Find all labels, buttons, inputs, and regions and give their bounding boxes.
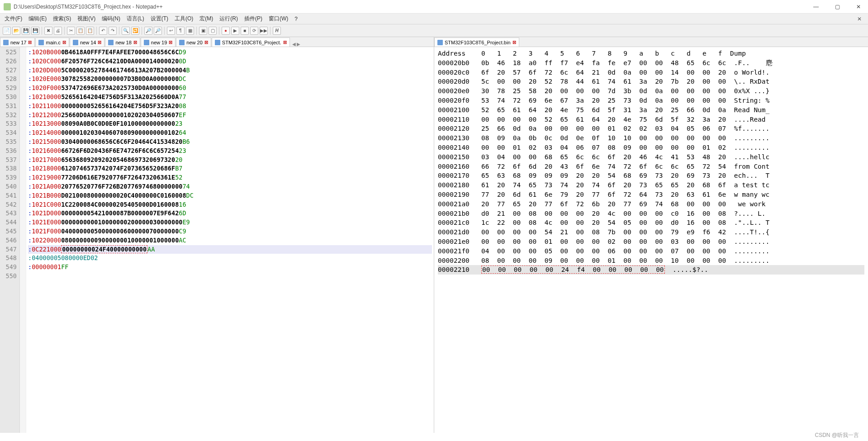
replay-macro-icon[interactable]: ⟳ — [250, 27, 258, 35]
close-icon[interactable]: ⊠ — [62, 40, 66, 45]
save-all-icon[interactable]: 💾 — [31, 27, 39, 35]
file-icon — [179, 40, 185, 45]
tab-label: main.c — [46, 40, 60, 45]
play-macro-icon[interactable]: ▶ — [231, 27, 239, 35]
right-tab-row: STM32F103C8T6_Project.bin⊠ — [434, 37, 868, 47]
tab[interactable]: new 17⊠ — [0, 38, 35, 47]
menu-window[interactable]: 窗口(W) — [267, 14, 290, 24]
toolbar-separator — [119, 27, 119, 35]
show-symbol-icon[interactable]: ¶ — [176, 27, 185, 35]
file-icon — [144, 40, 149, 45]
close-icon[interactable]: ⊠ — [169, 40, 172, 45]
toolbar-separator — [42, 27, 42, 35]
close-button[interactable]: ✕ — [853, 2, 864, 12]
tab-label: new 14 — [80, 40, 96, 45]
close-icon[interactable]: ⊠ — [204, 40, 208, 45]
menu-run[interactable]: 运行(R) — [218, 14, 240, 24]
tab[interactable]: STM32F103C8T6_Project.bin⊠ — [434, 38, 519, 47]
menu-edit[interactable]: 编辑(E) — [27, 14, 48, 24]
minimize-button[interactable]: — — [810, 2, 822, 12]
close-icon[interactable]: ⊠ — [283, 40, 287, 45]
menu-view[interactable]: 视图(V) — [76, 14, 97, 24]
replace-icon[interactable]: 🔁 — [131, 27, 139, 35]
close-icon[interactable]: ⊠ — [133, 40, 137, 45]
file-icon — [437, 40, 443, 45]
indent-guide-icon[interactable]: ▦ — [186, 27, 194, 35]
menu-tools[interactable]: 工具(O) — [173, 14, 195, 24]
tab[interactable]: new 18⊠ — [105, 38, 140, 47]
file-icon — [108, 40, 114, 45]
stop-macro-icon[interactable]: ■ — [241, 27, 249, 35]
menu-file[interactable]: 文件(F) — [3, 14, 24, 24]
fold-column — [20, 47, 26, 433]
toolbar-separator — [96, 27, 97, 35]
open-file-icon[interactable]: 📂 — [12, 27, 20, 35]
record-macro-icon[interactable]: ● — [222, 27, 230, 35]
tab[interactable]: new 14⊠ — [70, 38, 104, 47]
file-icon — [3, 40, 9, 45]
app-icon — [4, 3, 11, 10]
menu-language[interactable]: 语言(L) — [125, 14, 146, 24]
zoom-in-icon[interactable]: 🔎 — [144, 27, 152, 35]
print-icon[interactable]: 🖨 — [54, 27, 62, 35]
left-editor[interactable]: 5255265275285295305315325335345355365375… — [0, 47, 434, 433]
menubar: 文件(F) 编辑(E) 搜索(S) 视图(V) 编码(N) 语言(L) 设置(T… — [0, 14, 868, 24]
bin-hex-viewer[interactable]: Address 0 1 2 3 4 5 6 7 8 9 a b c d e f … — [434, 47, 868, 433]
redo-icon[interactable]: ↷ — [109, 27, 117, 35]
tab[interactable]: new 20⊠ — [176, 38, 211, 47]
cut-icon[interactable]: ✂ — [67, 27, 75, 35]
toolbar-separator — [219, 27, 219, 35]
menu-plugins[interactable]: 插件(P) — [242, 14, 264, 24]
fold-icon[interactable]: ▣ — [199, 27, 207, 35]
tab-label: STM32F103C8T6_Project. — [222, 40, 281, 45]
save-icon[interactable]: 💾 — [22, 27, 30, 35]
toolbar: 📄 📂 💾 💾 ✖ 🖨 ✂ 📋 📋 ↶ ↷ 🔍 🔁 🔎 🔎 ↩ ¶ ▦ ▣ ▢ … — [0, 24, 868, 37]
left-tab-row: new 17⊠main.c⊠new 14⊠new 18⊠new 19⊠new 2… — [0, 37, 434, 47]
heading-icon[interactable]: H — [273, 27, 281, 35]
window-title: D:\Users\Desktop\STM32F103C8T6_Project.h… — [14, 4, 810, 10]
menu-search[interactable]: 搜索(S) — [51, 14, 73, 24]
menu-macro[interactable]: 宏(M) — [198, 14, 215, 24]
file-icon — [215, 40, 220, 45]
menu-encoding[interactable]: 编码(N) — [100, 14, 122, 24]
undo-icon[interactable]: ↶ — [99, 27, 107, 35]
close-icon[interactable]: ⊠ — [28, 40, 32, 45]
toolbar-separator — [142, 27, 142, 35]
new-file-icon[interactable]: 📄 — [3, 27, 11, 35]
close-icon[interactable]: ⊠ — [98, 40, 101, 45]
zoom-out-icon[interactable]: 🔎 — [154, 27, 162, 35]
toolbar-separator — [64, 27, 65, 35]
paste-icon[interactable]: 📋 — [86, 27, 94, 35]
toolbar-separator — [164, 27, 165, 35]
left-pane: new 17⊠main.c⊠new 14⊠new 18⊠new 19⊠new 2… — [0, 37, 434, 433]
toolbar-separator — [196, 27, 197, 35]
line-number-gutter: 5255265275285295305315325335345355365375… — [0, 47, 20, 433]
wordwrap-icon[interactable]: ↩ — [167, 27, 175, 35]
titlebar: D:\Users\Desktop\STM32F103C8T6_Project.h… — [0, 0, 868, 14]
close-icon[interactable]: ⊠ — [512, 40, 516, 45]
menu-settings[interactable]: 设置(T) — [149, 14, 170, 24]
tab[interactable]: main.c⊠ — [35, 38, 69, 47]
toolbar-separator — [270, 27, 270, 35]
tab[interactable]: STM32F103C8T6_Project.⊠ — [212, 38, 290, 47]
right-pane: STM32F103C8T6_Project.bin⊠ Address 0 1 2… — [434, 37, 868, 433]
tab[interactable]: new 19⊠ — [141, 38, 175, 47]
hex-code-area[interactable]: :1020B0000B4618A0FFF7E4FAFEE7000048656C6… — [26, 47, 434, 433]
find-icon[interactable]: 🔍 — [122, 27, 130, 35]
tab-label: STM32F103C8T6_Project.bin — [445, 40, 511, 45]
file-icon — [38, 40, 44, 45]
watermark: CSDN @听我一言 — [815, 432, 859, 433]
tab-label: new 20 — [186, 40, 202, 45]
close-file-icon[interactable]: ✖ — [44, 27, 52, 35]
maximize-button[interactable]: ▢ — [831, 2, 844, 12]
tab-label: new 18 — [115, 40, 131, 45]
unfold-icon[interactable]: ▢ — [209, 27, 217, 35]
file-icon — [73, 40, 78, 45]
tab-label: new 19 — [151, 40, 167, 45]
copy-icon[interactable]: 📋 — [76, 27, 85, 35]
tab-scroll-arrows[interactable]: ◀ ▶ — [290, 42, 303, 47]
main-area: new 17⊠main.c⊠new 14⊠new 18⊠new 19⊠new 2… — [0, 37, 868, 433]
menu-help[interactable]: ? — [293, 15, 299, 23]
save-macro-icon[interactable]: ▶▶ — [260, 27, 268, 35]
menubar-close-button[interactable]: ✕ — [854, 16, 865, 22]
